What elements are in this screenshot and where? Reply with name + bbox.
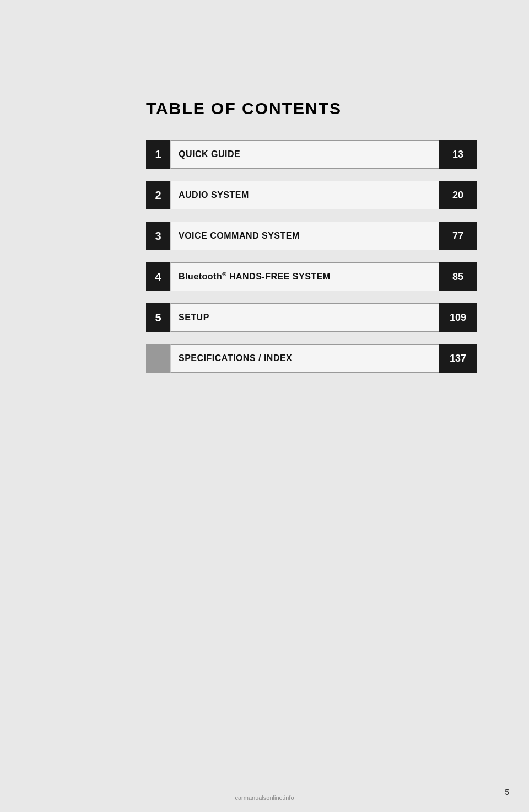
content-area: TABLE OF CONTENTS 1 QUICK GUIDE 13 2 AUD… <box>146 99 477 385</box>
toc-page-6: 137 <box>439 344 477 373</box>
toc-number-3: 3 <box>146 222 170 250</box>
toc-page-5: 109 <box>439 303 477 332</box>
watermark: carmanualsonline.info <box>0 794 529 801</box>
toc-page-4: 85 <box>439 262 477 291</box>
toc-label-5: SETUP <box>179 313 209 322</box>
toc-number-2: 2 <box>146 181 170 209</box>
toc-number-1: 1 <box>146 140 170 169</box>
toc-label-box-1: QUICK GUIDE <box>170 140 439 169</box>
page-title: TABLE OF CONTENTS <box>146 99 477 118</box>
toc-label-2: AUDIO SYSTEM <box>179 190 249 200</box>
toc-page-2: 20 <box>439 181 477 209</box>
toc-label-box-6: SPECIFICATIONS / INDEX <box>170 344 439 373</box>
toc-number-4: 4 <box>146 262 170 291</box>
toc-entry-3[interactable]: 3 VOICE COMMAND SYSTEM 77 <box>146 222 477 250</box>
toc-label-box-3: VOICE COMMAND SYSTEM <box>170 222 439 250</box>
toc-page-3: 77 <box>439 222 477 250</box>
page: TABLE OF CONTENTS 1 QUICK GUIDE 13 2 AUD… <box>0 0 529 812</box>
toc-number-5: 5 <box>146 303 170 332</box>
toc-label-box-5: SETUP <box>170 303 439 332</box>
toc-entry-5[interactable]: 5 SETUP 109 <box>146 303 477 332</box>
toc-label-1: QUICK GUIDE <box>179 149 240 159</box>
toc-number-6 <box>146 344 170 373</box>
toc-entry-6[interactable]: SPECIFICATIONS / INDEX 137 <box>146 344 477 373</box>
toc-label-6: SPECIFICATIONS / INDEX <box>179 353 292 363</box>
toc-entry-1[interactable]: 1 QUICK GUIDE 13 <box>146 140 477 169</box>
toc-entry-4[interactable]: 4 Bluetooth® HANDS-FREE SYSTEM 85 <box>146 262 477 291</box>
toc-entry-2[interactable]: 2 AUDIO SYSTEM 20 <box>146 181 477 209</box>
toc-page-1: 13 <box>439 140 477 169</box>
toc-label-box-4: Bluetooth® HANDS-FREE SYSTEM <box>170 262 439 291</box>
toc-label-4: Bluetooth® HANDS-FREE SYSTEM <box>179 271 331 282</box>
toc-label-box-2: AUDIO SYSTEM <box>170 181 439 209</box>
toc-label-3: VOICE COMMAND SYSTEM <box>179 231 300 241</box>
